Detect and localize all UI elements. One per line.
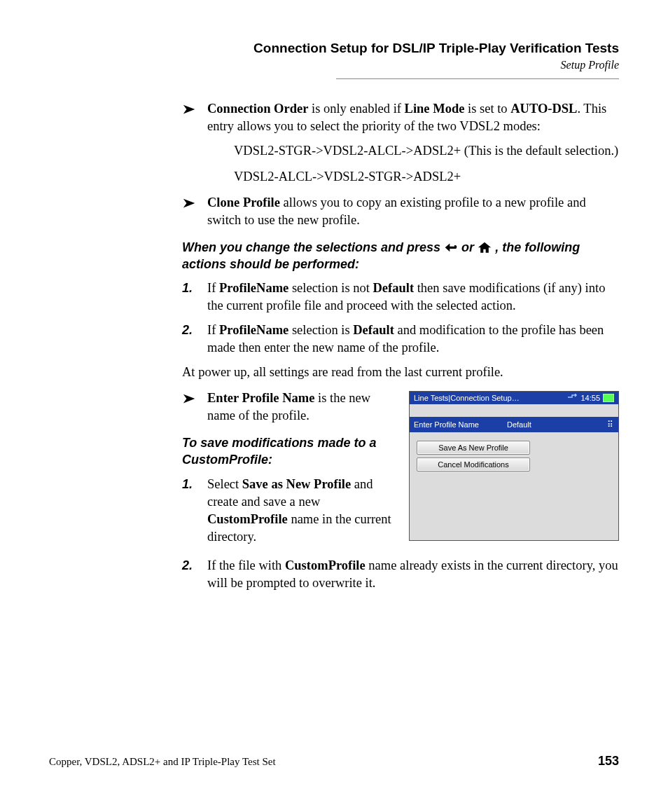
footer-product: Copper, VDSL2, ADSL2+ and IP Triple-Play… (49, 756, 276, 768)
body-content: Connection Order is only enabled if Line… (182, 100, 619, 592)
back-arrow-icon (444, 241, 458, 254)
save-step-1: 1. Select Save as New Profile and create… (182, 476, 392, 546)
menu-dots-icon[interactable]: ⠿ (607, 420, 614, 429)
option-2: VDSL2-ALCL->VDSL2-STGR->ADSL2+ (234, 168, 619, 186)
bullet-enter-profile-name: Enter Profile Name is the new name of th… (182, 390, 392, 425)
fig-titlebar: Line Tests|Connection Setup… 14:55 (410, 392, 618, 404)
action-heading: When you change the selections and press… (182, 239, 619, 273)
fig-breadcrumb: Line Tests|Connection Setup… (414, 394, 520, 402)
battery-icon (603, 394, 614, 402)
left-column: Enter Profile Name is the new name of th… (182, 390, 392, 552)
page-header: Connection Setup for DSL/IP Triple-Play … (49, 41, 619, 79)
option-1: VDSL2-STGR->VDSL2-ALCL->ADSL2+ (This is … (234, 142, 619, 160)
two-column-section: Enter Profile Name is the new name of th… (182, 390, 619, 552)
step-number: 2. (182, 322, 197, 357)
save-step-2: 2. If the file with CustomProfile name a… (182, 557, 619, 592)
section-title: Setup Profile (49, 59, 619, 71)
cancel-modifications-button[interactable]: Cancel Modifications (417, 457, 530, 472)
bullet-text: Clone Profile allows you to copy an exis… (207, 194, 619, 229)
step-number: 1. (182, 280, 197, 315)
device-screenshot: Line Tests|Connection Setup… 14:55 Enter… (409, 391, 619, 541)
power-up-note: At power up, all settings are read from … (182, 364, 619, 381)
step-text: If the file with CustomProfile name alre… (207, 557, 619, 592)
fig-buttons: Save As New Profile Cancel Modifications (410, 441, 618, 472)
step-text: If ProfileName selection is not Default … (207, 280, 619, 315)
arrow-icon (182, 196, 197, 212)
step-number: 2. (182, 557, 197, 592)
header-rule (336, 78, 619, 79)
bullet-connection-order: Connection Order is only enabled if Line… (182, 100, 619, 135)
step-number: 1. (182, 476, 197, 546)
fig-time: 14:55 (580, 394, 600, 402)
fig-selected-row[interactable]: Enter Profile Name Default ⠿ (410, 417, 618, 432)
page-footer: Copper, VDSL2, ADSL2+ and IP Triple-Play… (49, 754, 619, 769)
signal-icon (568, 394, 578, 402)
home-icon (478, 241, 492, 254)
page-number: 153 (598, 754, 619, 769)
fig-row-value: Default (507, 421, 531, 429)
bullet-clone-profile: Clone Profile allows you to copy an exis… (182, 194, 619, 229)
step-text: If ProfileName selection is Default and … (207, 322, 619, 357)
arrow-icon (182, 392, 197, 407)
step-text: Select Save as New Profile and create an… (207, 476, 392, 546)
step-2: 2. If ProfileName selection is Default a… (182, 322, 619, 357)
bullet-text: Connection Order is only enabled if Line… (207, 100, 619, 135)
bullet-text: Enter Profile Name is the new name of th… (207, 390, 392, 425)
step-1: 1. If ProfileName selection is not Defau… (182, 280, 619, 315)
fig-row-label: Enter Profile Name (414, 421, 479, 429)
save-heading: To save modifications made to a CustomPr… (182, 434, 392, 469)
arrow-icon (182, 102, 197, 118)
document-page: Connection Setup for DSL/IP Triple-Play … (0, 0, 668, 812)
fig-status: 14:55 (568, 394, 614, 402)
chapter-title: Connection Setup for DSL/IP Triple-Play … (49, 41, 619, 56)
save-as-new-profile-button[interactable]: Save As New Profile (417, 441, 530, 455)
